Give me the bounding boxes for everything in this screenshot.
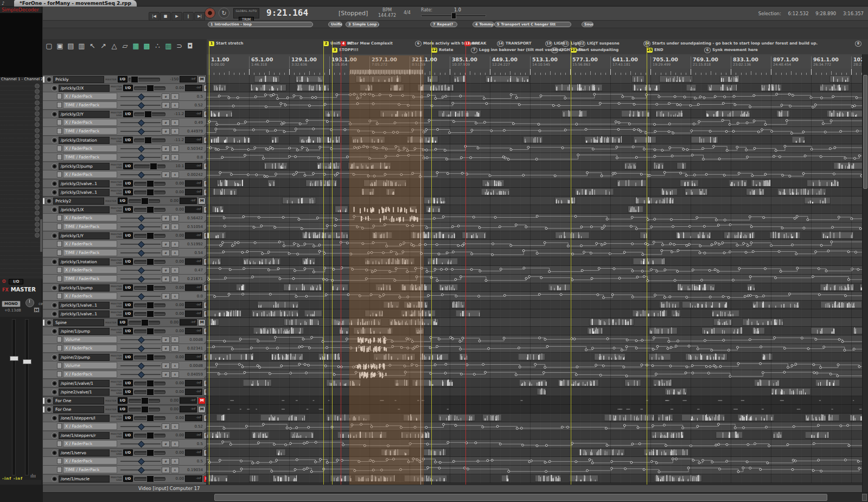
- envelope-name[interactable]: X / FaderPack: [63, 171, 117, 178]
- envelope-arm-button[interactable]: [57, 119, 62, 125]
- io-button[interactable]: I/O: [123, 310, 133, 317]
- volume-fader[interactable]: [134, 477, 165, 481]
- master-fader-right[interactable]: [23, 359, 31, 364]
- marker[interactable]: 24Starts under soundpainting - go back t…: [643, 41, 818, 46]
- io-button[interactable]: I/O: [123, 189, 133, 195]
- volume-fader[interactable]: [134, 182, 165, 186]
- envelope-name[interactable]: X / FaderPack: [63, 423, 117, 430]
- envelope-arm-button[interactable]: [57, 371, 62, 377]
- record-arm-button[interactable]: [52, 302, 58, 308]
- envelope-bypass-button[interactable]: ø: [162, 224, 170, 230]
- record-arm-button[interactable]: [52, 415, 58, 421]
- envelope-points-icon[interactable]: ∴: [153, 41, 162, 52]
- envelope-bypass-button[interactable]: ø: [162, 215, 170, 221]
- track-name[interactable]: /spine/2/pump: [59, 354, 110, 361]
- envelope-name[interactable]: X / FaderPack: [63, 371, 117, 378]
- envelope-name[interactable]: Volume: [63, 362, 117, 369]
- master-fader-left[interactable]: [10, 356, 18, 361]
- volume-fader-thumb[interactable]: [146, 380, 154, 387]
- marker[interactable]: 22LIGJT suspesne: [578, 41, 620, 46]
- track-name[interactable]: For One: [53, 406, 104, 413]
- envelope-fader[interactable]: [120, 244, 161, 245]
- envelope-fader[interactable]: [120, 226, 161, 227]
- io-button[interactable]: I/O: [118, 198, 127, 204]
- envelope-name[interactable]: X / FaderPack: [63, 93, 117, 100]
- master-io-button[interactable]: I/O: [9, 279, 23, 284]
- envelope-shape-button[interactable]: ∧: [171, 467, 179, 473]
- bpm-display[interactable]: BPM 144.472: [378, 8, 396, 18]
- envelope-bypass-button[interactable]: ø: [162, 371, 170, 378]
- envelope-fader[interactable]: [120, 270, 161, 271]
- record-arm-button[interactable]: [52, 181, 58, 187]
- envelope-fader-thumb[interactable]: [138, 371, 145, 378]
- envelope-shape-button[interactable]: ∧: [171, 102, 179, 109]
- time-signature[interactable]: 4/4: [404, 10, 411, 15]
- marker[interactable]: 8: [855, 41, 863, 46]
- io-button[interactable]: I/O: [123, 449, 133, 456]
- track-name[interactable]: /one/1/steppers/l: [59, 415, 110, 422]
- volume-fader[interactable]: [134, 329, 165, 333]
- save-project-icon[interactable]: ▤: [66, 41, 75, 52]
- select-tool-icon[interactable]: ↖: [88, 41, 97, 52]
- grid-lines-icon[interactable]: ▥: [164, 41, 173, 52]
- volume-fader-thumb[interactable]: [144, 111, 152, 118]
- record-arm-button[interactable]: [52, 189, 58, 195]
- mute-button[interactable]: M: [203, 137, 206, 144]
- volume-fader-thumb[interactable]: [146, 302, 154, 309]
- envelope-fader-thumb[interactable]: [138, 293, 145, 300]
- volume-fader[interactable]: [129, 78, 160, 81]
- envelope-fader[interactable]: [120, 218, 161, 219]
- envelope-bypass-button[interactable]: ø: [162, 345, 170, 352]
- volume-fader[interactable]: [134, 303, 165, 307]
- envelope-arm-button[interactable]: [57, 241, 62, 247]
- envelope-arm-button[interactable]: [57, 363, 62, 368]
- volume-fader-thumb[interactable]: [146, 475, 154, 482]
- envelope-fader[interactable]: [120, 365, 161, 366]
- envelope-fader-thumb[interactable]: [138, 345, 145, 352]
- region-pill[interactable]: Soun: [582, 22, 593, 27]
- envelope-name[interactable]: X / FaderPack: [63, 345, 117, 352]
- volume-fader[interactable]: [134, 312, 165, 316]
- io-button[interactable]: I/O: [123, 85, 133, 91]
- volume-fader[interactable]: [134, 112, 165, 116]
- envelope-shape-button[interactable]: ∧: [171, 224, 179, 230]
- transport-time-display[interactable]: 9:21.164: [266, 8, 308, 18]
- record-arm-button[interactable]: [52, 285, 58, 291]
- track-name[interactable]: /one/1/steppers/r: [59, 432, 110, 439]
- envelope-fader[interactable]: [120, 157, 161, 158]
- io-button[interactable]: I/O: [123, 232, 133, 239]
- selection-end[interactable]: 9:28.890: [815, 11, 836, 16]
- track-name[interactable]: /spine2/valve/1: [59, 389, 110, 396]
- volume-fader-thumb[interactable]: [146, 449, 154, 456]
- track-name[interactable]: /prickly/2/valve..1: [59, 189, 110, 196]
- io-button[interactable]: I/O: [118, 397, 127, 404]
- volume-fader[interactable]: [134, 138, 165, 142]
- envelope-fader[interactable]: [120, 426, 161, 427]
- marker[interactable]: 3STOPP!!!: [332, 47, 359, 53]
- envelope-name[interactable]: TIME / FaderPack: [63, 275, 117, 282]
- envelope-name[interactable]: X / FaderPack: [63, 457, 117, 465]
- volume-fader-thumb[interactable]: [146, 432, 154, 439]
- go-to-end-button[interactable]: ▶|: [194, 12, 205, 21]
- track-name[interactable]: /spine/1/pump: [59, 328, 110, 335]
- envelope-name[interactable]: X / FaderPack: [63, 119, 117, 126]
- envelope-fader-thumb[interactable]: [138, 363, 145, 370]
- horizontal-scroll-thumb[interactable]: [214, 494, 827, 501]
- envelope-arm-button[interactable]: [57, 276, 62, 282]
- mute-button[interactable]: M: [203, 475, 206, 482]
- repeat-button[interactable]: ↻: [219, 8, 229, 18]
- io-button[interactable]: I/O: [118, 76, 127, 82]
- envelope-arm-button[interactable]: [57, 345, 62, 351]
- envelope-bypass-button[interactable]: ø: [162, 119, 170, 126]
- envelope-bypass-button[interactable]: ø: [162, 276, 170, 282]
- mute-button[interactable]: M: [198, 397, 206, 404]
- marker[interactable]: 12Rotate: [431, 47, 453, 53]
- volume-fader-thumb[interactable]: [131, 76, 138, 83]
- record-button[interactable]: [205, 8, 215, 18]
- envelope-fader-thumb[interactable]: [138, 336, 145, 344]
- envelope-name[interactable]: X / FaderPack: [63, 293, 117, 300]
- envelope-fader-thumb[interactable]: [138, 441, 145, 448]
- volume-fader[interactable]: [134, 234, 165, 238]
- envelope-arm-button[interactable]: [57, 336, 62, 342]
- mute-button[interactable]: M: [203, 432, 206, 439]
